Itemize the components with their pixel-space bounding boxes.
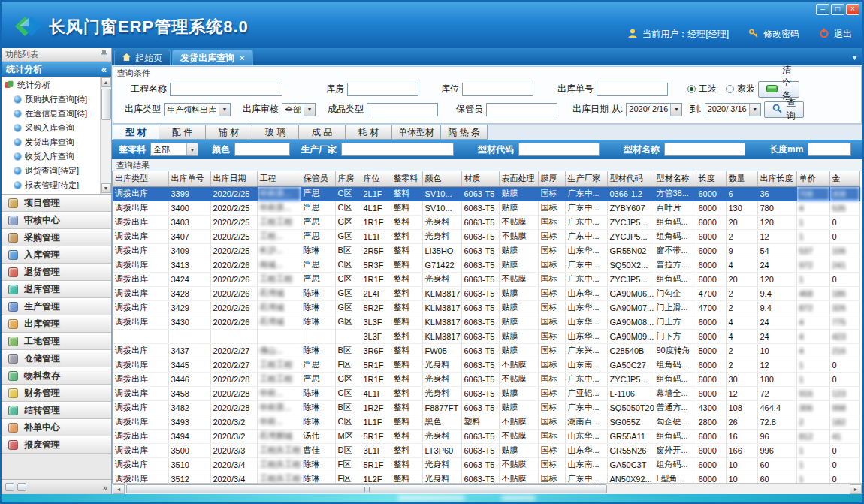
length-input[interactable]: [808, 143, 851, 156]
tab-shipping-outbound-query[interactable]: 发货出库查询 ×: [172, 50, 253, 65]
scroll-down-icon[interactable]: ▼: [101, 183, 111, 193]
material-tab[interactable]: 玻 璃: [252, 125, 299, 140]
table-row[interactable]: 调拨出库34282020/2/26石湾城陈琳G区2L4F整料KLM3817606…: [113, 286, 859, 300]
sidebar-menu-item[interactable]: 财务管理: [2, 385, 111, 402]
material-tab[interactable]: 成 品: [299, 125, 346, 140]
table-row[interactable]: 调拨出库35102020/3/4工程共工程陈琳F区5R1F整料光身料6063-T…: [113, 457, 859, 472]
table-row[interactable]: 调拨出库34452020/2/27工程工程严思F区5R1F整料光身料6063-T…: [113, 358, 859, 372]
minimize-button[interactable]: –: [816, 4, 829, 15]
table-row[interactable]: 调拨出库34132020/2/26南城...严思C区5R3F整料G7142260…: [113, 258, 859, 272]
column-header[interactable]: 长度: [696, 171, 726, 186]
project-name-input[interactable]: [170, 83, 282, 96]
search-button[interactable]: 查 询: [764, 101, 804, 118]
table-row[interactable]: 调拨出库34002020/2/25华府原...严思C区4L1F整料SV10...…: [113, 201, 859, 215]
tree-root[interactable]: 统计分析: [5, 78, 100, 92]
sidebar-menu-item[interactable]: 仓储管理: [2, 350, 111, 367]
order-no-input[interactable]: [597, 83, 668, 96]
scroll-up-icon[interactable]: ▲: [101, 77, 111, 87]
table-row[interactable]: 调拨出库34292020/2/26石湾城陈琳G区5R2F整料KLM3817606…: [113, 300, 859, 315]
keeper-input[interactable]: [486, 103, 557, 116]
location-input[interactable]: [462, 83, 533, 96]
table-row[interactable]: 调拨出库34302020/2/26石湾城陈琳G区3L3F整料KLM3817606…: [113, 315, 859, 329]
table-row[interactable]: 调拨出库33992020/2/25华府原...严思C区2L1F整料SV10...…: [113, 186, 859, 201]
manufacturer-input[interactable]: [341, 143, 454, 156]
material-tab[interactable]: 配 件: [159, 125, 206, 140]
column-header[interactable]: 型材代码: [607, 171, 654, 186]
outbound-type-select[interactable]: 生产领料出库 ▼: [164, 103, 231, 116]
table-row[interactable]: 调拨出库34822020/2/28华府原...陈琳B区1R2F整料F8877FT…: [113, 400, 859, 415]
sidebar-menu-item[interactable]: 退库管理: [2, 281, 111, 298]
change-password-link[interactable]: 修改密码: [763, 28, 799, 41]
hscroll-thumb[interactable]: [126, 484, 607, 493]
table-row[interactable]: 调拨出库34582020/2/28华府...陈琳C区4L1F整料光身料6063-…: [113, 386, 859, 400]
sidebar-menu-item[interactable]: 报废管理: [2, 436, 111, 454]
table-row[interactable]: 调拨出库34372020/2/27佛山...陈琳B区3R6F整料FW056063…: [113, 343, 859, 358]
column-header[interactable]: 出库类型: [113, 171, 168, 186]
product-type-input[interactable]: [367, 103, 438, 116]
column-header[interactable]: 出库长度: [757, 171, 796, 186]
scroll-left-icon[interactable]: ◄: [113, 484, 125, 494]
profile-name-input[interactable]: [664, 143, 745, 156]
column-header[interactable]: 出库日期: [210, 171, 257, 186]
column-header[interactable]: 颜色: [422, 171, 461, 186]
tree-item[interactable]: 在途信息查询[待]: [5, 107, 100, 121]
clear-conditions-button[interactable]: 清空条件: [758, 81, 799, 98]
column-header[interactable]: 材质: [461, 171, 499, 186]
table-row[interactable]: 调拨出库35122020/3/4工程共工程陈琳F区1L2F整料光身料6063-T…: [113, 472, 859, 483]
table-row[interactable]: 调拨出库34462020/2/28工程工程严思G区1R1F整料光身料6063-T…: [113, 372, 859, 386]
radio-jiazhuang[interactable]: [726, 85, 734, 93]
outbound-audit-select[interactable]: 全部 ▼: [282, 103, 316, 116]
warehouse-input[interactable]: [347, 83, 418, 96]
sidebar-menu-item[interactable]: 物料盘存: [2, 367, 111, 385]
column-header[interactable]: 库位: [361, 171, 391, 186]
chevron-down-icon[interactable]: ▼: [749, 104, 760, 116]
chevron-down-icon[interactable]: ▼: [304, 104, 315, 116]
table-row[interactable]: 调拨出库34092020/2/25长沙...陈琳B区2R5F整料LI35HO60…: [113, 243, 859, 258]
material-tab[interactable]: 辅 材: [206, 125, 252, 140]
tree-item[interactable]: 退货查询[待定]: [5, 164, 100, 178]
footer-panel-icon[interactable]: [5, 483, 14, 491]
color-input[interactable]: [234, 143, 290, 156]
material-tab[interactable]: 耗 材: [346, 125, 392, 140]
profile-code-input[interactable]: [518, 143, 600, 156]
column-header[interactable]: 金: [829, 171, 859, 186]
whole-piece-select[interactable]: 全部 ▼: [150, 143, 198, 156]
tree-item[interactable]: 采购入库查询: [5, 121, 100, 135]
scroll-right-icon[interactable]: ►: [850, 484, 862, 494]
footer-grid-icon[interactable]: [17, 483, 26, 491]
sidebar-menu-item[interactable]: 补单中心: [2, 419, 111, 436]
tab-home[interactable]: 起始页: [114, 50, 171, 65]
date-to-picker[interactable]: 2020/ 3/16 ▼: [705, 103, 761, 116]
column-header[interactable]: 库房: [335, 171, 361, 186]
column-header[interactable]: 整零料: [391, 171, 422, 186]
table-row[interactable]: 调拨出库34942020/3/2石湾辉城汤伟M区5R1F整料光身料6063-T5…: [113, 429, 859, 443]
chevron-down-icon[interactable]: ▼: [186, 143, 198, 155]
close-button[interactable]: ×: [846, 4, 859, 15]
column-header[interactable]: 工程: [257, 171, 301, 186]
tree-item[interactable]: 预购执行查询[待]: [5, 92, 100, 107]
table-row[interactable]: 调拨出库34242020/2/26工程工程严思C区1R1F整料光身料6063-T…: [113, 272, 859, 286]
date-from-picker[interactable]: 2020/ 2/16 ▼: [626, 103, 682, 116]
sidebar-menu-item[interactable]: 出库管理: [2, 315, 111, 333]
table-row[interactable]: 调拨出库35002020/3/3工程共工程曹佳D区3L1F整料LT3P60606…: [113, 443, 859, 457]
column-header[interactable]: 膜厚: [538, 171, 565, 186]
tree-item[interactable]: 发货出库查询: [5, 135, 100, 149]
chevron-down-icon[interactable]: ▼: [670, 104, 681, 116]
sidebar-menu-item[interactable]: 采购管理: [2, 229, 111, 246]
footer-more-icon[interactable]: »: [103, 483, 107, 492]
tree-item[interactable]: 报表管理[待定]: [5, 178, 100, 192]
table-row[interactable]: 3L3F整料KLM38176063-T5贴膜国标山东华...GA90M09...…: [113, 329, 859, 343]
sidebar-menu-item[interactable]: 入库管理: [2, 246, 111, 264]
pin-icon[interactable]: [101, 50, 107, 59]
sidebar-menu-item[interactable]: 退货管理: [2, 264, 111, 281]
radio-gongzhuang[interactable]: [687, 85, 696, 93]
column-header[interactable]: 型材名称: [654, 171, 696, 186]
column-header[interactable]: 单价: [796, 171, 829, 186]
material-tab[interactable]: 单体型材: [392, 125, 441, 140]
table-row[interactable]: 调拨出库34932020/3/2华府...陈琳C区1L1F整料黑色塑料不贴膜国标…: [113, 415, 859, 429]
logout-button[interactable]: 退出: [834, 28, 852, 41]
column-header[interactable]: 生产厂家: [565, 171, 607, 186]
sidebar-menu-item[interactable]: 生产管理: [2, 298, 111, 315]
column-header[interactable]: 出库单号: [168, 171, 210, 186]
sidebar-section-header[interactable]: 统计分析 «: [2, 62, 111, 77]
